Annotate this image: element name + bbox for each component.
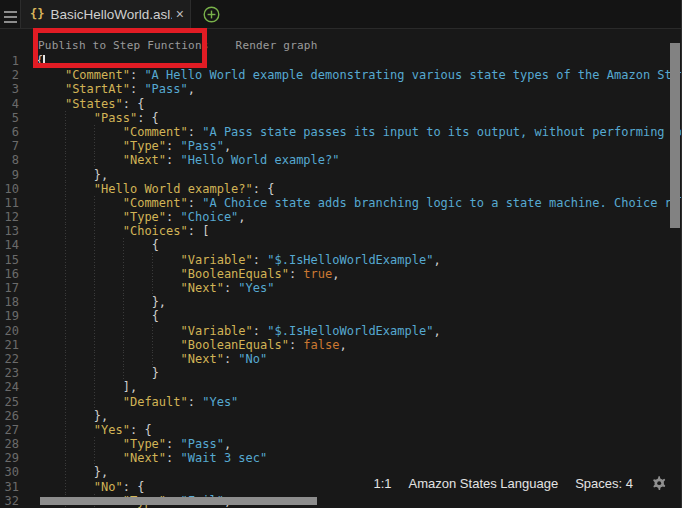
line-number: 25 [0, 395, 19, 409]
line-number: 3 [0, 82, 19, 96]
code-line[interactable]: 10 "Hello World example?": { [0, 182, 681, 196]
code-text: }, [36, 465, 108, 479]
code-line[interactable]: 14 { [0, 238, 681, 252]
code-line[interactable]: 19 { [0, 309, 681, 323]
line-number: 2 [0, 68, 19, 82]
code-line[interactable]: 23 } [0, 366, 681, 380]
line-number: 22 [0, 352, 19, 366]
code-text: { [36, 238, 159, 252]
code-text: "Type": "Pass", [36, 139, 231, 153]
line-number: 12 [0, 210, 19, 224]
code-line[interactable]: 8 "Next": "Hello World example?" [0, 153, 681, 167]
horizontal-scrollbar[interactable] [40, 497, 317, 505]
line-number: 20 [0, 324, 19, 338]
code-line[interactable]: 25 "Default": "Yes" [0, 395, 681, 409]
code-text: "Next": "Hello World example?" [36, 153, 339, 167]
code-text: }, [36, 168, 108, 182]
line-number: 1 [0, 54, 19, 68]
code-line[interactable]: 6 "Comment": "A Pass state passes its in… [0, 125, 681, 139]
code-line[interactable]: 13 "Choices": [ [0, 224, 681, 238]
code-line[interactable]: 29 "Next": "Wait 3 sec" [0, 451, 681, 465]
code-line[interactable]: 11 "Comment": "A Choice state adds branc… [0, 196, 681, 210]
line-number: 26 [0, 409, 19, 423]
settings-gear-icon[interactable] [650, 475, 667, 492]
line-number: 10 [0, 182, 19, 196]
cursor-position-indicator[interactable]: 1:1 [373, 476, 391, 491]
code-text: "Next": "No" [36, 352, 267, 366]
code-text: "BooleanEquals": false, [36, 338, 347, 352]
code-line[interactable]: 18 }, [0, 295, 681, 309]
code-text: { [36, 309, 159, 323]
code-line[interactable]: 24 ], [0, 380, 681, 394]
code-text: "Variable": "$.IsHelloWorldExample", [36, 253, 441, 267]
code-text: "Next": "Wait 3 sec" [36, 451, 267, 465]
code-text: "Pass": { [36, 111, 159, 125]
code-text: "Choices": [ [36, 224, 209, 238]
vertical-scrollbar[interactable] [670, 43, 680, 228]
line-number: 11 [0, 196, 19, 210]
code-line[interactable]: 1{ [0, 54, 681, 68]
line-number: 21 [0, 338, 19, 352]
line-number: 14 [0, 238, 19, 252]
codelens-row: Publish to Step Functions Render graph [38, 39, 317, 52]
code-line[interactable]: 9 }, [0, 168, 681, 182]
line-number: 7 [0, 139, 19, 153]
language-mode-indicator[interactable]: Amazon States Language [409, 476, 559, 491]
code-editor-window: {} BasicHelloWorld.asl.json × Publish to… [0, 0, 682, 508]
code-line[interactable]: 7 "Type": "Pass", [0, 139, 681, 153]
line-number: 30 [0, 465, 19, 479]
line-number: 17 [0, 281, 19, 295]
code-text: "Comment": "A Choice state adds branchin… [36, 196, 682, 210]
code-line[interactable]: 3 "StartAt": "Pass", [0, 82, 681, 96]
code-line[interactable]: 27 "Yes": { [0, 423, 681, 437]
code-text: "Type": "Pass", [36, 437, 231, 451]
indentation-indicator[interactable]: Spaces: 4 [575, 476, 633, 491]
line-number: 6 [0, 125, 19, 139]
line-number: 19 [0, 309, 19, 323]
publish-to-step-functions-link[interactable]: Publish to Step Functions [38, 39, 209, 52]
new-tab-button[interactable] [191, 0, 231, 28]
line-number: 15 [0, 253, 19, 267]
line-number: 8 [0, 153, 19, 167]
line-number: 9 [0, 168, 19, 182]
line-number: 23 [0, 366, 19, 380]
line-number: 31 [0, 480, 19, 494]
line-number: 27 [0, 423, 19, 437]
code-line[interactable]: 22 "Next": "No" [0, 352, 681, 366]
code-text: { [36, 54, 45, 68]
code-line[interactable]: 12 "Type": "Choice", [0, 210, 681, 224]
code-line[interactable]: 20 "Variable": "$.IsHelloWorldExample", [0, 324, 681, 338]
code-line[interactable]: 2 "Comment": "A Hello World example demo… [0, 68, 681, 82]
tab-bar: {} BasicHelloWorld.asl.json × [0, 0, 681, 29]
code-line[interactable]: 15 "Variable": "$.IsHelloWorldExample", [0, 253, 681, 267]
code-text: } [36, 366, 159, 380]
line-number: 29 [0, 451, 19, 465]
code-text: "StartAt": "Pass", [36, 82, 195, 96]
tab-basichelloworld[interactable]: {} BasicHelloWorld.asl.json × [21, 0, 191, 28]
code-text: "Default": "Yes" [36, 395, 238, 409]
code-text: }, [36, 409, 108, 423]
code-text: "No": { [36, 480, 144, 494]
code-line[interactable]: 28 "Type": "Pass", [0, 437, 681, 451]
code-text: "Hello World example?": { [36, 182, 274, 196]
json-braces-icon: {} [30, 7, 44, 21]
menu-button[interactable] [0, 0, 21, 28]
render-graph-link[interactable]: Render graph [236, 39, 318, 52]
code-text: "Comment": "A Hello World example demons… [36, 68, 682, 82]
editor-area[interactable]: 1{2 "Comment": "A Hello World example de… [0, 54, 681, 508]
code-text: "Comment": "A Pass state passes its inpu… [36, 125, 682, 139]
code-line[interactable]: 5 "Pass": { [0, 111, 681, 125]
code-text: "States": { [36, 97, 144, 111]
code-line[interactable]: 16 "BooleanEquals": true, [0, 267, 681, 281]
line-number: 28 [0, 437, 19, 451]
code-text: }, [36, 295, 166, 309]
close-icon[interactable]: × [176, 6, 184, 22]
line-number: 18 [0, 295, 19, 309]
code-line[interactable]: 17 "Next": "Yes" [0, 281, 681, 295]
code-text: "BooleanEquals": true, [36, 267, 340, 281]
line-number: 32 [0, 494, 19, 508]
code-line[interactable]: 21 "BooleanEquals": false, [0, 338, 681, 352]
code-line[interactable]: 4 "States": { [0, 97, 681, 111]
code-line[interactable]: 26 }, [0, 409, 681, 423]
line-number: 4 [0, 97, 19, 111]
